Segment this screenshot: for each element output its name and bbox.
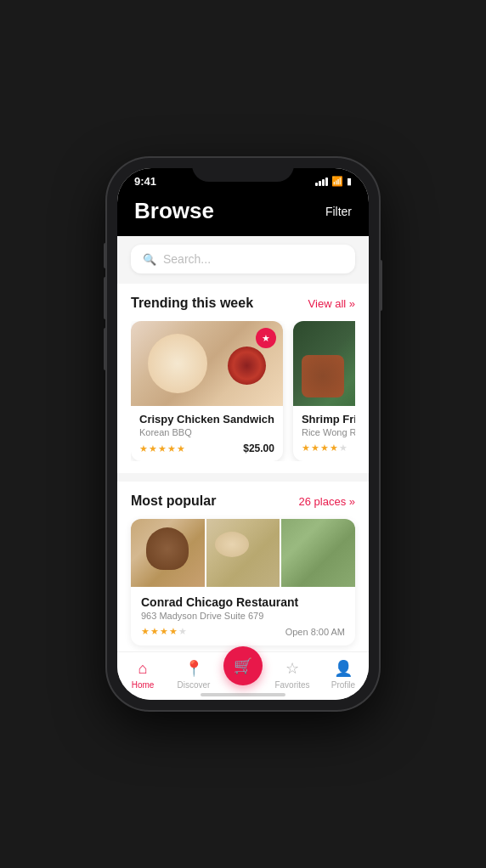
- trending-title: Trending this week: [131, 296, 253, 311]
- profile-icon: 👤: [334, 659, 353, 678]
- filter-button[interactable]: Filter: [325, 205, 352, 218]
- signal-icon: [315, 178, 328, 186]
- food-restaurant-2: Rice Wong R...: [302, 427, 355, 437]
- volume-up-button: [104, 277, 107, 319]
- search-icon: 🔍: [143, 253, 156, 266]
- favorite-badge-1: ★: [256, 328, 276, 348]
- food-restaurant-1: Korean BBQ: [139, 427, 274, 437]
- trending-card-1[interactable]: ★ Crispy Chicken Sandwich Korean BBQ ★ ★…: [131, 321, 283, 461]
- power-button: [379, 260, 382, 311]
- popular-img-salad: [206, 519, 280, 587]
- page-title: Browse: [134, 198, 214, 224]
- restaurant-footer-1: ★ ★ ★ ★ ★ Open 8:00 AM: [141, 626, 345, 637]
- popular-section-header: Most popular 26 places »: [131, 493, 355, 509]
- home-icon: ⌂: [138, 660, 148, 678]
- search-container: 🔍 Search...: [117, 236, 369, 284]
- nav-discover-label: Discover: [178, 680, 211, 690]
- status-time: 9:41: [134, 175, 156, 188]
- food-rating-2: ★ ★ ★ ★ ★: [302, 442, 348, 454]
- search-bar[interactable]: 🔍 Search...: [131, 245, 355, 273]
- food-name-2: Shrimp Frie...: [302, 413, 355, 426]
- popular-card-1-info: Conrad Chicago Restaurant 963 Madyson Dr…: [131, 587, 355, 645]
- food-footer-1: ★ ★ ★ ★ ★ $25.00: [139, 442, 274, 454]
- food-image-shrimp: [293, 321, 355, 406]
- food-footer-2: ★ ★ ★ ★ ★: [302, 442, 355, 454]
- restaurant-name-1: Conrad Chicago Restaurant: [141, 595, 345, 609]
- trending-card-1-image: ★: [131, 321, 283, 406]
- open-time-1: Open 8:00 AM: [285, 627, 345, 637]
- trending-card-2-image: [293, 321, 355, 406]
- phone-frame: 9:41 📶 ▮ Browse Filter 🔍 Search...: [107, 158, 379, 710]
- battery-icon: ▮: [347, 176, 352, 187]
- page-header: Browse Filter: [117, 191, 369, 236]
- status-icons: 📶 ▮: [315, 176, 352, 187]
- popular-card-1[interactable]: Conrad Chicago Restaurant 963 Madyson Dr…: [131, 519, 355, 645]
- volume-down-button: [104, 328, 107, 370]
- trending-card-2[interactable]: Shrimp Frie... Rice Wong R... ★ ★ ★ ★ ★: [293, 321, 355, 461]
- food-name-1: Crispy Chicken Sandwich: [139, 413, 274, 426]
- main-content: Trending this week View all » ★ Crispy C…: [117, 284, 369, 651]
- restaurant-rating-1: ★ ★ ★ ★ ★: [141, 626, 187, 637]
- food-rating-1: ★ ★ ★ ★ ★: [139, 443, 185, 454]
- wifi-icon: 📶: [331, 176, 343, 187]
- popular-img-extra: [281, 519, 355, 587]
- popular-img-pancakes: [131, 519, 205, 587]
- home-indicator: [201, 693, 285, 696]
- nav-cart-button[interactable]: 🛒: [223, 646, 263, 685]
- trending-card-2-info: Shrimp Frie... Rice Wong R... ★ ★ ★ ★ ★: [293, 406, 355, 460]
- search-input[interactable]: Search...: [163, 252, 211, 266]
- popular-title: Most popular: [131, 493, 216, 509]
- nav-favorites-label: Favorites: [274, 680, 309, 690]
- food-price-1: $25.00: [243, 442, 274, 454]
- trending-view-all[interactable]: View all »: [308, 297, 355, 310]
- restaurant-address-1: 963 Madyson Drive Suite 679: [141, 611, 345, 621]
- nav-profile[interactable]: 👤 Profile: [322, 659, 364, 690]
- nav-discover[interactable]: 📍 Discover: [172, 659, 215, 690]
- trending-card-1-info: Crispy Chicken Sandwich Korean BBQ ★ ★ ★…: [131, 406, 283, 461]
- discover-icon: 📍: [184, 659, 203, 678]
- trending-section-header: Trending this week View all »: [131, 296, 355, 311]
- mute-button: [104, 243, 107, 268]
- popular-section: Most popular 26 places » Conrad: [117, 482, 369, 651]
- popular-count-link[interactable]: 26 places »: [299, 495, 356, 508]
- bottom-nav: ⌂ Home 📍 Discover 🛒 ☆ Favorites 👤 Profil…: [117, 651, 369, 700]
- phone-screen: 9:41 📶 ▮ Browse Filter 🔍 Search...: [117, 168, 369, 700]
- nav-home[interactable]: ⌂ Home: [122, 660, 164, 690]
- favorites-icon: ☆: [285, 659, 299, 678]
- trending-scroll: ★ Crispy Chicken Sandwich Korean BBQ ★ ★…: [131, 321, 355, 461]
- nav-home-label: Home: [132, 680, 155, 690]
- nav-profile-label: Profile: [331, 680, 355, 690]
- notch: [192, 158, 294, 182]
- cart-icon: 🛒: [234, 657, 252, 675]
- trending-section: Trending this week View all » ★ Crispy C…: [117, 284, 369, 473]
- popular-card-1-images: [131, 519, 355, 587]
- nav-favorites[interactable]: ☆ Favorites: [271, 659, 314, 690]
